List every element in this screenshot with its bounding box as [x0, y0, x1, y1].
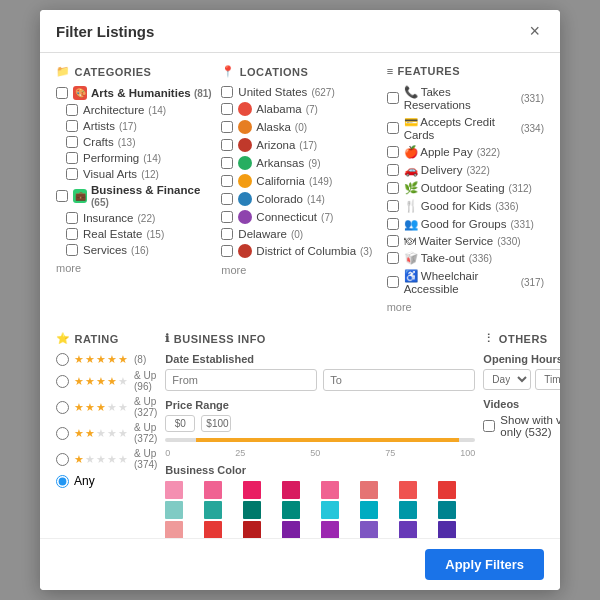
- loc-co-checkbox[interactable]: [221, 193, 233, 205]
- cat-artists-item[interactable]: Artists (17): [56, 120, 213, 132]
- color-swatch[interactable]: [321, 481, 339, 499]
- loc-us-checkbox[interactable]: [221, 86, 233, 98]
- feat-wheelchair-item[interactable]: ♿ Wheelchair Accessible (317): [387, 269, 544, 295]
- feat-kids-item[interactable]: 🍴 Good for Kids (336): [387, 199, 544, 213]
- time-select[interactable]: Time: [535, 369, 560, 390]
- cat-arch-item[interactable]: Architecture (14): [56, 104, 213, 116]
- loc-de-item[interactable]: Delaware (0): [221, 228, 378, 240]
- locations-more[interactable]: more: [221, 264, 246, 276]
- date-from-input[interactable]: [165, 369, 317, 391]
- color-swatch[interactable]: [282, 481, 300, 499]
- apply-filters-button[interactable]: Apply Filters: [425, 549, 544, 580]
- loc-al-checkbox[interactable]: [221, 103, 233, 115]
- loc-ak-item[interactable]: Alaska (0): [221, 120, 378, 134]
- rating-5-radio[interactable]: [56, 353, 69, 366]
- cat-visual-item[interactable]: Visual Arts (12): [56, 168, 213, 180]
- loc-de-checkbox[interactable]: [221, 228, 233, 240]
- rating-4-item[interactable]: ★★★★★ & Up (96): [56, 370, 157, 392]
- cat-arts-checkbox[interactable]: [56, 87, 68, 99]
- cat-arts-item[interactable]: 🎨 Arts & Humanities (81): [56, 86, 213, 100]
- cat-services-item[interactable]: Services (16): [56, 244, 213, 256]
- loc-ar-checkbox[interactable]: [221, 157, 233, 169]
- feat-takeout-item[interactable]: 🥡 Take-out (336): [387, 251, 544, 265]
- rating-5-item[interactable]: ★★★★★ (8): [56, 353, 157, 366]
- cat-artists-checkbox[interactable]: [66, 120, 78, 132]
- rating-1-radio[interactable]: [56, 453, 69, 466]
- feat-apple-checkbox[interactable]: [387, 146, 399, 158]
- feat-wheelchair-checkbox[interactable]: [387, 276, 399, 288]
- feat-delivery-item[interactable]: 🚗 Delivery (322): [387, 163, 544, 177]
- loc-dc-checkbox[interactable]: [221, 245, 233, 257]
- color-swatch[interactable]: [360, 521, 378, 538]
- feat-outdoor-checkbox[interactable]: [387, 182, 399, 194]
- feat-outdoor-item[interactable]: 🌿 Outdoor Seating (312): [387, 181, 544, 195]
- day-select[interactable]: Day: [483, 369, 531, 390]
- color-swatch[interactable]: [438, 481, 456, 499]
- color-swatch[interactable]: [438, 501, 456, 519]
- cat-insurance-checkbox[interactable]: [66, 212, 78, 224]
- color-swatch[interactable]: [438, 521, 456, 538]
- color-swatch[interactable]: [399, 481, 417, 499]
- color-swatch[interactable]: [165, 501, 183, 519]
- cat-insurance-item[interactable]: Insurance (22): [56, 212, 213, 224]
- loc-az-checkbox[interactable]: [221, 139, 233, 151]
- close-button[interactable]: ×: [525, 22, 544, 40]
- color-swatch[interactable]: [165, 521, 183, 538]
- cat-performing-checkbox[interactable]: [66, 152, 78, 164]
- cat-crafts-checkbox[interactable]: [66, 136, 78, 148]
- color-swatch[interactable]: [399, 521, 417, 538]
- rating-3-item[interactable]: ★★★★★ & Up (327): [56, 396, 157, 418]
- loc-dc-item[interactable]: District of Columbia (3): [221, 244, 378, 258]
- loc-us-item[interactable]: United States (627): [221, 86, 378, 98]
- color-swatch[interactable]: [321, 521, 339, 538]
- color-swatch[interactable]: [243, 481, 261, 499]
- color-swatch[interactable]: [321, 501, 339, 519]
- feat-cc-item[interactable]: 💳 Accepts Credit Cards (334): [387, 115, 544, 141]
- cat-crafts-item[interactable]: Crafts (13): [56, 136, 213, 148]
- rating-4-radio[interactable]: [56, 375, 69, 388]
- categories-more[interactable]: more: [56, 262, 81, 274]
- loc-ar-item[interactable]: Arkansas (9): [221, 156, 378, 170]
- rating-2-radio[interactable]: [56, 427, 69, 440]
- color-swatch[interactable]: [204, 501, 222, 519]
- video-only-item[interactable]: Show with video only (532): [483, 414, 560, 438]
- rating-1-item[interactable]: ★★★★★ & Up (374): [56, 448, 157, 470]
- feat-takeout-checkbox[interactable]: [387, 252, 399, 264]
- loc-ct-item[interactable]: Connecticut (7): [221, 210, 378, 224]
- cat-services-checkbox[interactable]: [66, 244, 78, 256]
- cat-performing-item[interactable]: Performing (14): [56, 152, 213, 164]
- color-swatch[interactable]: [204, 481, 222, 499]
- feat-cc-checkbox[interactable]: [387, 122, 399, 134]
- rating-2-item[interactable]: ★★★★★ & Up (372): [56, 422, 157, 444]
- features-more[interactable]: more: [387, 301, 412, 313]
- color-swatch[interactable]: [360, 501, 378, 519]
- date-to-input[interactable]: [323, 369, 475, 391]
- cat-realestate-item[interactable]: Real Estate (15): [56, 228, 213, 240]
- feat-apple-item[interactable]: 🍎 Apple Pay (322): [387, 145, 544, 159]
- loc-co-item[interactable]: Colorado (14): [221, 192, 378, 206]
- color-swatch[interactable]: [165, 481, 183, 499]
- color-swatch[interactable]: [399, 501, 417, 519]
- color-swatch[interactable]: [204, 521, 222, 538]
- color-swatch[interactable]: [243, 501, 261, 519]
- color-swatch[interactable]: [282, 501, 300, 519]
- feat-reserv-item[interactable]: 📞 Takes Reservations (331): [387, 85, 544, 111]
- price-slider-track[interactable]: [165, 438, 475, 442]
- rating-3-radio[interactable]: [56, 401, 69, 414]
- loc-ca-item[interactable]: California (149): [221, 174, 378, 188]
- cat-visual-checkbox[interactable]: [66, 168, 78, 180]
- feat-reserv-checkbox[interactable]: [387, 92, 399, 104]
- cat-biz-item[interactable]: 💼 Business & Finance (65): [56, 184, 213, 208]
- feat-waiter-checkbox[interactable]: [387, 235, 399, 247]
- loc-az-item[interactable]: Arizona (17): [221, 138, 378, 152]
- feat-waiter-item[interactable]: 🍽 Waiter Service (330): [387, 235, 544, 247]
- rating-any-item[interactable]: Any: [56, 474, 157, 488]
- rating-any-radio[interactable]: [56, 475, 69, 488]
- feat-groups-checkbox[interactable]: [387, 218, 399, 230]
- color-swatch[interactable]: [243, 521, 261, 538]
- video-only-checkbox[interactable]: [483, 420, 495, 432]
- feat-groups-item[interactable]: 👥 Good for Groups (331): [387, 217, 544, 231]
- loc-ak-checkbox[interactable]: [221, 121, 233, 133]
- loc-al-item[interactable]: Alabama (7): [221, 102, 378, 116]
- feat-kids-checkbox[interactable]: [387, 200, 399, 212]
